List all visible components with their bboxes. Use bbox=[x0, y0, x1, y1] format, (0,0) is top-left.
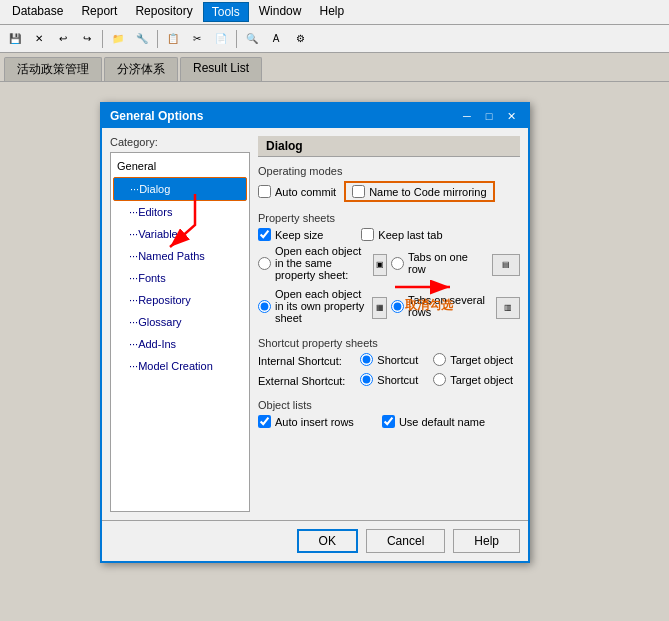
menu-repository[interactable]: Repository bbox=[127, 2, 200, 22]
cancel-button[interactable]: Cancel bbox=[366, 529, 445, 553]
menu-help[interactable]: Help bbox=[311, 2, 352, 22]
toolbar-btn-4[interactable]: ↪ bbox=[76, 29, 98, 49]
tree-item-model-creation[interactable]: ···Model Creation bbox=[113, 355, 247, 377]
toolbar-btn-6[interactable]: 🔧 bbox=[131, 29, 153, 49]
tree-item-repository[interactable]: ···Repository bbox=[113, 289, 247, 311]
dialog-titlebar: General Options ─ □ ✕ bbox=[102, 104, 528, 128]
external-target-radio[interactable] bbox=[433, 373, 446, 386]
toolbar-btn-8[interactable]: ✂ bbox=[186, 29, 208, 49]
internal-shortcut-radio[interactable] bbox=[360, 353, 373, 366]
open-own-radio[interactable] bbox=[258, 300, 271, 313]
external-label: External Shortcut: bbox=[258, 375, 352, 387]
toolbar-btn-10[interactable]: 🔍 bbox=[241, 29, 263, 49]
ok-button[interactable]: OK bbox=[297, 529, 358, 553]
tree-item-general[interactable]: General bbox=[113, 155, 247, 177]
menu-report[interactable]: Report bbox=[73, 2, 125, 22]
prop-sheet-grid: Open each object in the same property sh… bbox=[258, 245, 520, 327]
section-header: Dialog bbox=[258, 136, 520, 157]
keep-size-item[interactable]: Keep size bbox=[258, 228, 323, 241]
prop-cell-tabs-one: Tabs on one row ▤ bbox=[391, 245, 520, 284]
dialog-title: General Options bbox=[110, 109, 203, 123]
operating-modes-row: Auto commit Name to Code mirroring bbox=[258, 181, 520, 202]
open-own-label: Open each object in its own property she… bbox=[275, 288, 368, 324]
menu-database[interactable]: Database bbox=[4, 2, 71, 22]
tree-item-named-paths[interactable]: ···Named Paths bbox=[113, 245, 247, 267]
keep-size-label: Keep size bbox=[275, 229, 323, 241]
tabs-several-label: Tabs on several rows bbox=[408, 294, 492, 318]
tree-item-dialog[interactable]: ···Dialog bbox=[113, 177, 247, 201]
menu-window[interactable]: Window bbox=[251, 2, 310, 22]
tree-item-editors[interactable]: ···Editors bbox=[113, 201, 247, 223]
keep-last-tab-label: Keep last tab bbox=[378, 229, 442, 241]
dialog-minimize-btn[interactable]: ─ bbox=[458, 108, 476, 124]
auto-insert-checkbox[interactable] bbox=[258, 415, 271, 428]
tabs-one-row-radio[interactable] bbox=[391, 257, 404, 270]
property-sheets-group: Property sheets Keep size Keep last tab bbox=[258, 212, 520, 327]
help-button[interactable]: Help bbox=[453, 529, 520, 553]
internal-shortcut-label: Shortcut bbox=[377, 354, 418, 366]
tab-system[interactable]: 分济体系 bbox=[104, 57, 178, 81]
keep-last-tab-item[interactable]: Keep last tab bbox=[361, 228, 442, 241]
object-lists-row: Auto insert rows Use default name bbox=[258, 415, 520, 428]
tab-policy[interactable]: 活动政策管理 bbox=[4, 57, 102, 81]
toolbar-btn-9[interactable]: 📄 bbox=[210, 29, 232, 49]
main-area: General Options ─ □ ✕ Category: General … bbox=[0, 82, 669, 619]
external-shortcut-radio[interactable] bbox=[360, 373, 373, 386]
external-target-item[interactable]: Target object bbox=[433, 373, 520, 386]
auto-commit-item[interactable]: Auto commit bbox=[258, 185, 336, 198]
auto-commit-checkbox[interactable] bbox=[258, 185, 271, 198]
category-tree[interactable]: General ···Dialog ···Editors ···Variable… bbox=[110, 152, 250, 512]
dialog-footer: OK Cancel Help bbox=[102, 520, 528, 561]
internal-target-item[interactable]: Target object bbox=[433, 353, 520, 366]
tabs-one-row-label: Tabs on one row bbox=[408, 251, 488, 275]
dialog-restore-btn[interactable]: □ bbox=[480, 108, 498, 124]
tab-result[interactable]: Result List bbox=[180, 57, 262, 81]
use-default-checkbox[interactable] bbox=[382, 415, 395, 428]
toolbar-btn-11[interactable]: A bbox=[265, 29, 287, 49]
toolbar-btn-3[interactable]: ↩ bbox=[52, 29, 74, 49]
name-to-code-item[interactable]: Name to Code mirroring bbox=[352, 185, 486, 198]
tabs-several-item[interactable]: Tabs on several rows bbox=[391, 294, 492, 318]
open-same-label: Open each object in the same property sh… bbox=[275, 245, 369, 281]
name-to-code-highlight: Name to Code mirroring bbox=[344, 181, 494, 202]
tree-item-variables[interactable]: ···Variables bbox=[113, 223, 247, 245]
general-options-dialog: General Options ─ □ ✕ Category: General … bbox=[100, 102, 530, 563]
open-same-radio[interactable] bbox=[258, 257, 271, 270]
tree-item-addins[interactable]: ···Add-Ins bbox=[113, 333, 247, 355]
toolbar-btn-5[interactable]: 📁 bbox=[107, 29, 129, 49]
use-default-label: Use default name bbox=[399, 416, 485, 428]
toolbar-btn-1[interactable]: 💾 bbox=[4, 29, 26, 49]
operating-modes-label: Operating modes bbox=[258, 165, 520, 177]
auto-insert-item[interactable]: Auto insert rows bbox=[258, 415, 354, 428]
external-shortcut-item[interactable]: Shortcut bbox=[360, 373, 425, 386]
keep-size-checkbox[interactable] bbox=[258, 228, 271, 241]
tabs-one-row-item[interactable]: Tabs on one row bbox=[391, 251, 488, 275]
sheet-icon-one-row: ▤ bbox=[492, 254, 520, 276]
tabs-several-radio[interactable] bbox=[391, 300, 404, 313]
toolbar-btn-12[interactable]: ⚙ bbox=[289, 29, 311, 49]
open-same-item[interactable]: Open each object in the same property sh… bbox=[258, 245, 369, 281]
menubar: Database Report Repository Tools Window … bbox=[0, 0, 669, 25]
content-panel: Dialog Operating modes Auto commit Name … bbox=[258, 136, 520, 512]
keep-last-tab-checkbox[interactable] bbox=[361, 228, 374, 241]
internal-target-label: Target object bbox=[450, 354, 513, 366]
internal-shortcut-item[interactable]: Shortcut bbox=[360, 353, 425, 366]
category-label: Category: bbox=[110, 136, 250, 148]
dialog-close-btn[interactable]: ✕ bbox=[502, 108, 520, 124]
tree-item-glossary[interactable]: ···Glossary bbox=[113, 311, 247, 333]
external-target-label: Target object bbox=[450, 374, 513, 386]
internal-target-radio[interactable] bbox=[433, 353, 446, 366]
object-lists-group: Object lists Auto insert rows Use defaul… bbox=[258, 399, 520, 428]
menu-tools[interactable]: Tools bbox=[203, 2, 249, 22]
toolbar-btn-2[interactable]: ✕ bbox=[28, 29, 50, 49]
open-own-item[interactable]: Open each object in its own property she… bbox=[258, 288, 368, 324]
tree-item-fonts[interactable]: ···Fonts bbox=[113, 267, 247, 289]
name-to-code-checkbox[interactable] bbox=[352, 185, 365, 198]
use-default-item[interactable]: Use default name bbox=[382, 415, 485, 428]
toolbar-btn-7[interactable]: 📋 bbox=[162, 29, 184, 49]
category-panel: Category: General ···Dialog ···Editors ·… bbox=[110, 136, 250, 512]
sheet-icon-same: ▣ bbox=[373, 254, 387, 276]
shortcut-group: Shortcut property sheets Internal Shortc… bbox=[258, 337, 520, 389]
sheet-icon-own: ▦ bbox=[372, 297, 387, 319]
sheet-icon-several: ▥ bbox=[496, 297, 520, 319]
